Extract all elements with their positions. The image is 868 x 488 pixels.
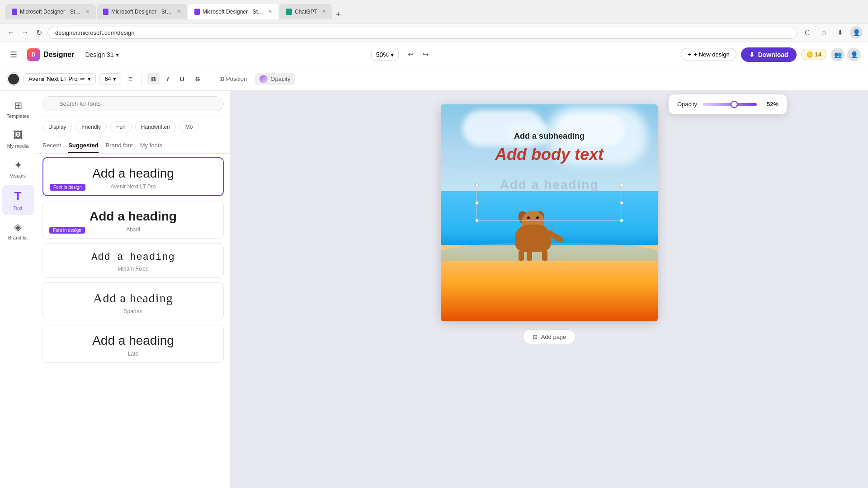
position-label: Position xyxy=(226,75,247,82)
add-page-button[interactable]: ⊞ Add page xyxy=(523,329,576,344)
logo-icon: D xyxy=(27,48,40,61)
tab-favicon-2 xyxy=(103,9,108,15)
tag-friendly[interactable]: Friendly xyxy=(75,122,107,132)
font-card-abadi[interactable]: Add a heading Abadi Font in design xyxy=(42,201,224,239)
download-manager-icon[interactable]: ⬇ xyxy=(834,26,846,39)
new-design-icon: + xyxy=(688,51,691,58)
tab-close-4[interactable]: ✕ xyxy=(322,9,326,14)
sidebar-item-text[interactable]: T Text xyxy=(2,185,34,215)
tag-display[interactable]: Display xyxy=(42,122,72,132)
tab-close-3[interactable]: ✕ xyxy=(268,9,272,14)
zoom-value: 50% xyxy=(376,51,389,58)
tab-bar: Microsoft Designer - Stunning ✕ Microsof… xyxy=(5,4,344,19)
italic-button[interactable]: I xyxy=(163,73,172,84)
strikethrough-button[interactable]: S xyxy=(192,73,203,84)
browser-chrome: Microsoft Designer - Stunning ✕ Microsof… xyxy=(0,0,868,23)
font-size-chevron: ▾ xyxy=(113,75,116,82)
font-card-lato[interactable]: Add a heading Lato xyxy=(42,325,224,363)
tab-close-2[interactable]: ✕ xyxy=(177,9,181,14)
favorites-icon[interactable]: ☆ xyxy=(817,26,830,39)
font-selector[interactable]: Avenir Next LT Pro ✏ ▾ xyxy=(24,73,96,84)
new-design-button[interactable]: + + New design xyxy=(681,48,736,61)
opacity-slider[interactable] xyxy=(703,103,757,106)
font-card-avenir[interactable]: Add a heading Avenir Next LT Pro Font in… xyxy=(42,157,224,196)
design-canvas[interactable]: Add a subheading Add body text Add a hea… xyxy=(441,104,658,321)
canvas-area[interactable]: Add a subheading Add body text Add a hea… xyxy=(231,91,868,488)
font-card-spartan[interactable]: Add a heading Spartan xyxy=(42,282,224,320)
sidebar-label-text: Text xyxy=(13,205,22,211)
tab-brand-font[interactable]: Brand font xyxy=(106,142,133,153)
user-avatar[interactable]: 👤 xyxy=(847,48,861,61)
templates-icon: ⊞ xyxy=(14,100,22,112)
text-color-swatch[interactable] xyxy=(7,73,20,85)
font-edit-icon: ✏ xyxy=(80,75,85,82)
font-in-design-badge-avenir: Font in design xyxy=(50,184,85,191)
align-button[interactable]: ≡ xyxy=(125,73,136,85)
tab-label-3: Microsoft Designer - Stunning xyxy=(203,9,264,15)
tab-label-2: Microsoft Designer - Stunning xyxy=(111,9,172,15)
back-button[interactable]: ← xyxy=(5,27,16,38)
tab-4[interactable]: ChatGPT ✕ xyxy=(279,4,332,19)
design-name-label: Design 31 xyxy=(85,51,113,58)
opacity-panel-label: Opacity xyxy=(677,101,697,108)
new-design-label: + New design xyxy=(694,51,730,58)
tab-label-1: Microsoft Designer - Stunning xyxy=(20,9,81,15)
tab-favicon-3 xyxy=(194,9,200,15)
coin-icon: 🪙 xyxy=(806,51,813,58)
share-icon[interactable]: 👥 xyxy=(831,48,844,61)
app-header: ☰ D Designer Design 31 ▾ 50% ▾ ↩ ↪ + + N… xyxy=(0,42,868,67)
tag-fun[interactable]: Fun xyxy=(110,122,132,132)
tab-recent[interactable]: Recent xyxy=(42,142,61,153)
font-card-heading-miriam: Add a heading xyxy=(50,252,216,263)
sidebar-item-brandkit[interactable]: ◈ Brand kit xyxy=(2,217,34,245)
canvas-body-text: Add body text xyxy=(495,145,604,164)
font-in-design-badge-abadi: Font in design xyxy=(49,227,85,234)
font-card-heading-spartan: Add a heading xyxy=(50,291,216,305)
zoom-chevron: ▾ xyxy=(391,51,394,58)
font-card-miriam[interactable]: Add a heading Miriam Fixed xyxy=(42,243,224,278)
profile-icon[interactable]: 👤 xyxy=(850,26,863,39)
tab-suggested[interactable]: Suggested xyxy=(68,142,98,153)
redo-button[interactable]: ↪ xyxy=(419,48,432,61)
forward-button[interactable]: → xyxy=(20,27,31,38)
design-name-selector[interactable]: Design 31 ▾ xyxy=(81,49,122,60)
visuals-icon: ✦ xyxy=(14,160,22,171)
design-name-chevron: ▾ xyxy=(116,51,119,58)
font-search-input[interactable] xyxy=(42,96,224,111)
sidebar-label-templates: Templates xyxy=(6,113,29,119)
underline-button[interactable]: U xyxy=(176,73,188,84)
font-size-selector[interactable]: 64 ▾ xyxy=(99,73,121,84)
opacity-gradient-icon xyxy=(259,75,268,83)
brandkit-icon: ◈ xyxy=(14,221,22,233)
new-tab-button[interactable]: + xyxy=(333,10,344,19)
tab-label-4: ChatGPT xyxy=(295,9,317,15)
sidebar-label-visuals: Visuals xyxy=(10,173,26,178)
hamburger-menu[interactable]: ☰ xyxy=(7,47,20,62)
tab-close-1[interactable]: ✕ xyxy=(85,9,90,14)
sidebar-item-mymedia[interactable]: 🖼 My media xyxy=(2,125,34,153)
text-icon: T xyxy=(14,189,22,203)
tag-handwritten[interactable]: Handwritten xyxy=(135,122,176,132)
tag-more[interactable]: Mo xyxy=(179,122,199,132)
extensions-icon[interactable]: ⬡ xyxy=(801,26,814,39)
zoom-control[interactable]: 50% ▾ xyxy=(371,49,399,61)
tab-3[interactable]: Microsoft Designer - Stunning ✕ xyxy=(188,4,278,19)
opacity-button[interactable]: Opacity xyxy=(255,73,295,85)
position-icon: ⊞ xyxy=(219,75,224,82)
bold-button[interactable]: B xyxy=(147,73,160,84)
undo-button[interactable]: ↩ xyxy=(404,48,417,61)
refresh-button[interactable]: ↻ xyxy=(34,27,44,39)
tab-my-fonts[interactable]: My fonts xyxy=(140,142,162,153)
download-button[interactable]: ⬇ Download xyxy=(741,47,797,62)
tab-1[interactable]: Microsoft Designer - Stunning ✕ xyxy=(5,4,96,19)
add-page-icon: ⊞ xyxy=(533,333,538,340)
position-button[interactable]: ⊞ Position xyxy=(215,74,251,84)
tab-2[interactable]: Microsoft Designer - Stunning ✕ xyxy=(97,4,187,19)
font-card-heading-avenir: Add a heading xyxy=(51,166,216,181)
font-card-heading-lato: Add a heading xyxy=(50,333,216,348)
sidebar-item-templates[interactable]: ⊞ Templates xyxy=(2,95,34,123)
sidebar-item-visuals[interactable]: ✦ Visuals xyxy=(2,155,34,183)
toolbar-divider-2 xyxy=(209,73,209,85)
opacity-thumb[interactable] xyxy=(731,101,738,108)
address-bar[interactable] xyxy=(47,27,797,39)
